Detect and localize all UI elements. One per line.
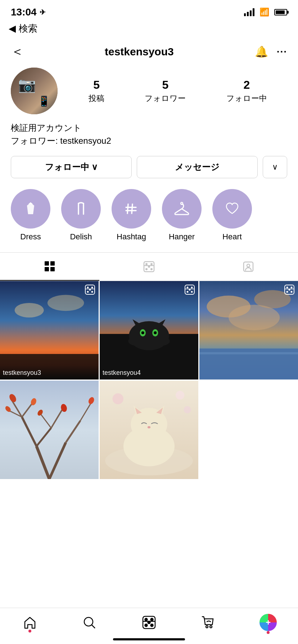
- home-indicator-container: [0, 635, 298, 640]
- followers-count: 5: [162, 78, 169, 92]
- stats: 5 投稿 5 フォロワー 2 フォロー中: [68, 78, 287, 104]
- back-button[interactable]: ＜: [11, 43, 24, 60]
- bio-line2-text: フォロワー: testkensyou2: [11, 136, 111, 146]
- back-arrow-small[interactable]: ◀: [9, 23, 16, 34]
- svg-point-37: [154, 331, 157, 334]
- svg-point-16: [150, 268, 153, 270]
- grid-item-3[interactable]: [199, 281, 298, 380]
- svg-point-60: [291, 291, 293, 293]
- bio: 検証用アカウント フォロワー: testkensyou2: [0, 121, 298, 156]
- nav-search[interactable]: [60, 615, 119, 630]
- grid-item-4[interactable]: [0, 381, 99, 479]
- svg-point-22: [15, 303, 44, 318]
- svg-point-29: [91, 291, 93, 293]
- highlight-heart-circle: [212, 189, 252, 229]
- svg-point-59: [286, 291, 288, 293]
- action-buttons: フォロー中 ∨ メッセージ ∨: [0, 156, 298, 189]
- svg-rect-9: [45, 267, 49, 271]
- create-icon: [259, 614, 277, 631]
- location-arrow: ✈: [40, 8, 46, 17]
- stat-following[interactable]: 2 フォロー中: [226, 78, 267, 104]
- highlight-hanger-label: Hanger: [169, 232, 195, 242]
- grid-item-1[interactable]: testkensyou3: [0, 281, 99, 380]
- svg-point-47: [191, 291, 193, 293]
- home-notification-dot: [28, 630, 31, 632]
- svg-point-19: [247, 264, 250, 267]
- highlight-hanger[interactable]: Hanger: [162, 189, 202, 242]
- message-label: メッセージ: [175, 162, 220, 172]
- status-bar: 13:04 ✈ 📶: [0, 0, 298, 21]
- highlight-hanger-circle: [162, 189, 202, 229]
- highlight-hashtag-circle: [112, 189, 151, 229]
- svg-point-56: [286, 287, 288, 289]
- svg-line-2: [127, 204, 128, 213]
- username-overlay-1: testkensyou3: [3, 369, 41, 377]
- follow-button[interactable]: フォロー中 ∨: [11, 156, 132, 178]
- more-chevron-icon: ∨: [272, 162, 278, 172]
- svg-point-44: [191, 287, 193, 289]
- stat-followers[interactable]: 5 フォロワー: [145, 78, 186, 104]
- profile-header: ＜ testkensyou3 🔔 ···: [0, 38, 298, 68]
- username-title: testkensyou3: [105, 46, 174, 58]
- svg-point-95: [145, 618, 147, 621]
- avatar: [11, 68, 58, 114]
- search-nav-label: 検索: [19, 22, 37, 35]
- search-nav[interactable]: ◀ 検索: [0, 21, 298, 38]
- bio-line2: フォロワー: testkensyou2: [11, 136, 111, 146]
- highlight-dress-label: Dress: [20, 232, 41, 242]
- follow-chevron-icon: ∨: [91, 162, 98, 172]
- tab-tagged[interactable]: [199, 253, 298, 281]
- svg-point-90: [176, 391, 184, 399]
- more-options-button[interactable]: ∨: [263, 156, 287, 178]
- svg-point-6: [181, 202, 183, 204]
- notification-icon[interactable]: 🔔: [255, 45, 268, 58]
- highlight-delish[interactable]: Delish: [61, 189, 101, 242]
- followers-label: フォロワー: [145, 93, 186, 104]
- nav-home[interactable]: [0, 615, 60, 630]
- svg-point-46: [187, 291, 189, 293]
- highlight-delish-circle: [61, 189, 101, 229]
- highlights: Dress Delish Hashtag: [0, 189, 298, 252]
- svg-line-3: [132, 204, 132, 213]
- svg-point-102: [210, 626, 212, 628]
- svg-point-13: [150, 263, 153, 265]
- nav-create[interactable]: [238, 614, 298, 631]
- tab-grid[interactable]: [0, 253, 99, 281]
- grid-item-5[interactable]: [100, 381, 198, 479]
- highlight-dress[interactable]: Dress: [11, 189, 50, 242]
- content-tabs: [0, 252, 298, 281]
- tab-reels[interactable]: [99, 253, 199, 281]
- svg-point-91: [184, 406, 191, 413]
- svg-point-57: [291, 287, 293, 289]
- posts-label: 投稿: [89, 93, 104, 104]
- highlight-heart-label: Heart: [222, 232, 242, 242]
- grid-item-2[interactable]: testkensyou4: [100, 281, 198, 380]
- wifi-icon: 📶: [259, 8, 269, 17]
- nav-reels[interactable]: [119, 615, 179, 630]
- bio-line1: 検証用アカウント: [11, 123, 82, 133]
- svg-rect-7: [45, 261, 49, 266]
- svg-point-89: [113, 394, 123, 404]
- svg-point-36: [141, 331, 144, 334]
- highlight-heart[interactable]: Heart: [212, 189, 252, 242]
- battery-icon: [274, 9, 287, 15]
- stat-posts: 5 投稿: [89, 78, 104, 104]
- home-indicator: [113, 638, 185, 640]
- clock: 13:04: [11, 6, 37, 18]
- reel-icon-2: [185, 285, 195, 297]
- highlight-hashtag[interactable]: Hashtag: [112, 189, 151, 242]
- more-icon[interactable]: ···: [277, 46, 287, 58]
- highlight-delish-label: Delish: [70, 232, 92, 242]
- nav-shop[interactable]: [179, 615, 239, 630]
- highlight-dress-circle: [11, 189, 50, 229]
- svg-point-96: [150, 618, 153, 621]
- highlight-hashtag-label: Hashtag: [117, 232, 146, 242]
- svg-point-15: [145, 268, 148, 270]
- svg-point-99: [150, 624, 153, 627]
- svg-point-43: [187, 287, 189, 289]
- message-button[interactable]: メッセージ: [137, 156, 258, 178]
- header-actions: 🔔 ···: [255, 45, 287, 58]
- svg-point-98: [145, 624, 147, 627]
- posts-count: 5: [93, 78, 100, 92]
- svg-line-93: [92, 625, 95, 628]
